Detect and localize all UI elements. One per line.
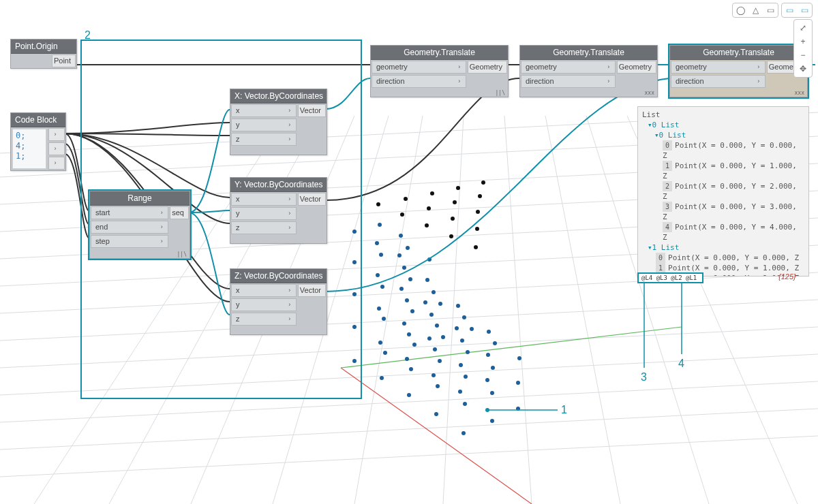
outport-0[interactable]: › — [48, 128, 65, 141]
svg-point-64 — [352, 292, 357, 296]
lacing-indicator: xxx — [795, 90, 804, 96]
inport-y[interactable]: y› — [231, 207, 297, 220]
svg-point-66 — [402, 321, 406, 326]
outport-vector[interactable]: Vector — [298, 104, 326, 117]
svg-point-68 — [380, 285, 384, 289]
node-vector-y[interactable]: Y: Vector.ByCoordinates x› y› z› Vector — [230, 177, 327, 244]
zoom-out-icon[interactable]: − — [796, 48, 811, 62]
code-body[interactable]: 0; 4; 1; — [12, 129, 46, 169]
outport-vector[interactable]: Vector — [298, 284, 326, 297]
workspace[interactable]: Point.Origin Point Code Block 0; 4; 1; ›… — [0, 0, 818, 504]
svg-point-47 — [352, 325, 357, 329]
inport-end[interactable]: end› — [91, 221, 168, 234]
3d-view-icon[interactable]: ▭ — [797, 3, 812, 17]
toggle-surfaces-icon[interactable]: △ — [748, 3, 763, 17]
node-title: Z: Vector.ByCoordinates — [230, 269, 327, 283]
lacing-indicator: ||\ — [177, 251, 187, 257]
inport-x[interactable]: x› — [231, 284, 297, 297]
svg-point-93 — [474, 245, 478, 249]
svg-point-48 — [378, 341, 382, 345]
node-title: Code Block — [11, 113, 65, 127]
output-preview[interactable]: List ▾0 List▾0 List0Point(X = 0.000, Y =… — [637, 106, 809, 277]
inport-z[interactable]: z› — [231, 221, 297, 234]
annotation-2: 2 — [85, 29, 91, 42]
svg-point-95 — [427, 206, 431, 210]
inport-y[interactable]: y› — [231, 298, 297, 311]
inport-geometry[interactable]: geometry› — [671, 61, 766, 74]
svg-point-94 — [404, 197, 408, 201]
svg-point-89 — [376, 202, 380, 206]
list-level-selector[interactable]: @L4 @L3 @L2 @L1 — [637, 272, 703, 283]
inport-direction[interactable]: direction› — [521, 75, 616, 88]
svg-point-40 — [441, 335, 445, 339]
svg-point-84 — [352, 230, 357, 234]
svg-point-70 — [429, 313, 434, 317]
node-translate-1[interactable]: Geometry.Translate geometry› direction› … — [370, 45, 509, 97]
svg-point-38 — [490, 391, 494, 395]
inport-geometry[interactable]: geometry› — [372, 61, 466, 74]
svg-point-59 — [460, 338, 464, 343]
svg-point-65 — [377, 306, 381, 311]
svg-point-90 — [400, 212, 404, 217]
lacing-indicator: xxx — [645, 90, 654, 96]
svg-point-26 — [380, 376, 384, 380]
node-translate-3[interactable]: Geometry.Translate geometry› direction› … — [669, 45, 808, 97]
graph-view-icon[interactable]: ▭ — [782, 3, 797, 17]
svg-point-100 — [476, 210, 480, 214]
svg-line-1 — [0, 409, 818, 450]
svg-point-73 — [431, 290, 436, 294]
inport-y[interactable]: y› — [231, 119, 297, 131]
svg-point-102 — [478, 194, 482, 198]
inport-x[interactable]: x› — [231, 104, 297, 117]
svg-point-104 — [485, 408, 489, 412]
svg-point-37 — [464, 375, 468, 379]
node-vector-z[interactable]: Z: Vector.ByCoordinates x› y› z› Vector — [230, 268, 327, 335]
svg-point-81 — [425, 278, 429, 282]
svg-point-76 — [376, 273, 380, 277]
pan-icon[interactable]: ✥ — [796, 62, 811, 76]
inport-direction[interactable]: direction› — [372, 75, 466, 88]
outport-2[interactable]: › — [48, 157, 65, 170]
inport-direction[interactable]: direction› — [671, 75, 766, 88]
inport-geometry[interactable]: geometry› — [521, 61, 616, 74]
node-translate-2[interactable]: Geometry.Translate geometry› direction› … — [519, 45, 658, 97]
svg-point-36 — [438, 359, 442, 363]
svg-point-35 — [412, 343, 416, 347]
toggle-solids-icon[interactable]: ▭ — [763, 3, 778, 17]
lacing-indicator: ||\ — [496, 90, 505, 96]
svg-point-33 — [463, 402, 467, 406]
svg-point-41 — [466, 350, 470, 354]
node-code-block[interactable]: Code Block 0; 4; 1; › › › — [10, 112, 66, 171]
outport-1[interactable]: › — [48, 142, 65, 155]
svg-point-34 — [490, 419, 494, 423]
svg-point-78 — [423, 300, 427, 304]
inport-start[interactable]: start› — [91, 206, 168, 219]
svg-point-79 — [379, 253, 383, 257]
inport-x[interactable]: x› — [231, 193, 297, 206]
svg-point-98 — [430, 191, 434, 195]
inport-step[interactable]: step› — [91, 235, 168, 248]
svg-point-27 — [407, 393, 411, 397]
outport-vector[interactable]: Vector — [298, 193, 326, 206]
outport-geometry[interactable]: Geometry — [617, 61, 656, 74]
svg-point-50 — [431, 373, 436, 377]
toggle-curves-icon[interactable]: ◯ — [733, 3, 748, 17]
node-point-origin[interactable]: Point.Origin Point — [10, 39, 77, 69]
svg-point-72 — [408, 277, 412, 281]
svg-point-25 — [352, 359, 357, 363]
item-count: {125} — [778, 272, 796, 281]
svg-point-63 — [487, 330, 491, 334]
svg-point-99 — [453, 200, 457, 204]
node-range[interactable]: Range start› end› step› seq ||\ — [89, 191, 190, 259]
inport-z[interactable]: z› — [231, 133, 297, 146]
outport-point[interactable]: Point — [52, 54, 76, 67]
inport-z[interactable]: z› — [231, 313, 297, 326]
svg-point-62 — [462, 315, 466, 319]
fit-view-icon[interactable]: ⤢ — [796, 21, 811, 35]
zoom-in-icon[interactable]: + — [796, 35, 811, 48]
node-vector-x[interactable]: X: Vector.ByCoordinates x› y› z› Vector — [230, 89, 327, 155]
svg-point-54 — [433, 347, 437, 351]
svg-point-29 — [461, 431, 466, 435]
outport-geometry[interactable]: Geometry — [468, 61, 507, 74]
outport-seq[interactable]: seq — [170, 206, 189, 219]
